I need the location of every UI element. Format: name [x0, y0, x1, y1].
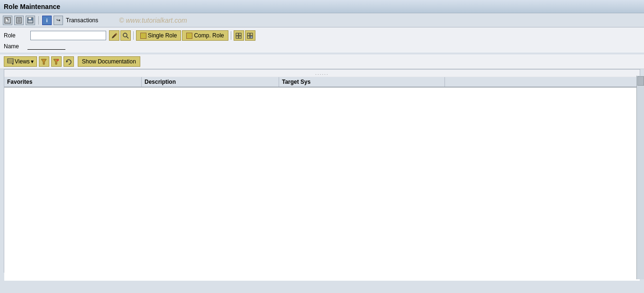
delete-icon[interactable] [14, 16, 24, 25]
grid-view-button[interactable] [234, 30, 244, 41]
vertical-scrollbar[interactable] [636, 76, 644, 279]
single-role-icon [140, 33, 146, 39]
comp-role-icon [186, 33, 192, 39]
btn-separator-2 [231, 31, 231, 40]
table-body [4, 88, 640, 281]
refresh-button[interactable] [63, 56, 74, 67]
role-label: Role [4, 32, 27, 39]
column-header-description: Description [142, 77, 279, 87]
svg-rect-13 [236, 36, 238, 38]
save-icon[interactable] [26, 16, 35, 25]
filter-button[interactable] [39, 56, 49, 67]
views-icon [7, 58, 14, 65]
svg-rect-12 [239, 33, 241, 36]
watermark: © www.tutorialkart.com [119, 17, 187, 24]
svg-rect-18 [250, 36, 253, 38]
title-bar: Role Maintenance [0, 0, 644, 13]
main-content-area: Role [0, 27, 644, 53]
new-icon[interactable] [3, 16, 12, 25]
transactions-label[interactable]: Transactions [66, 17, 98, 24]
svg-point-9 [123, 33, 127, 37]
scrollbar-thumb[interactable] [637, 76, 644, 86]
main-toolbar: i ↪ Transactions © www.tutorialkart.com [0, 13, 644, 27]
svg-rect-19 [8, 59, 13, 63]
dotted-separator: ...... [4, 70, 640, 77]
svg-rect-11 [236, 33, 238, 36]
edit-pencil-button[interactable] [109, 30, 119, 41]
svg-rect-7 [28, 18, 31, 19]
views-arrow: ▾ [31, 58, 34, 65]
column-header-favorites: Favorites [4, 77, 142, 87]
single-role-label: Single Role [148, 32, 177, 39]
page-title: Role Maintenance [4, 3, 60, 10]
table-container: ...... Favorites Description Target Sys [4, 69, 640, 273]
role-field-row: Role [4, 30, 640, 41]
info-icon[interactable]: i [42, 16, 52, 25]
role-input[interactable] [30, 31, 106, 40]
name-field-row: Name [4, 43, 640, 50]
show-documentation-button[interactable]: Show Documentation [78, 56, 140, 67]
svg-line-10 [127, 36, 128, 38]
name-label: Name [4, 43, 27, 50]
name-underline [27, 49, 65, 50]
field-action-buttons: Single Role Comp. Role [109, 30, 255, 41]
svg-rect-8 [28, 20, 33, 23]
single-role-button[interactable]: Single Role [136, 30, 181, 41]
svg-rect-14 [239, 36, 241, 38]
svg-marker-26 [66, 61, 68, 62]
svg-rect-17 [247, 36, 250, 38]
grid-expand-button[interactable] [245, 30, 255, 41]
svg-point-25 [57, 59, 59, 61]
comp-role-label: Comp. Role [194, 32, 224, 39]
table-header: Favorites Description Target Sys [4, 77, 640, 88]
svg-rect-16 [250, 33, 253, 36]
svg-rect-15 [247, 33, 250, 36]
views-button[interactable]: Views ▾ [4, 56, 37, 67]
column-header-targetsys: Target Sys [279, 77, 445, 87]
search-button[interactable] [120, 30, 131, 41]
transactions-icon[interactable]: ↪ [54, 16, 63, 25]
btn-separator [133, 31, 134, 40]
toolbar-separator-1 [38, 16, 39, 25]
show-documentation-label: Show Documentation [82, 58, 136, 65]
filter-active-button[interactable] [51, 56, 62, 67]
column-header-extra [445, 77, 640, 87]
views-label: Views [15, 58, 30, 65]
svg-marker-22 [12, 63, 14, 65]
svg-marker-23 [41, 59, 46, 64]
second-toolbar: Views ▾ Show Documentation [0, 54, 644, 69]
comp-role-button[interactable]: Comp. Role [182, 30, 228, 41]
